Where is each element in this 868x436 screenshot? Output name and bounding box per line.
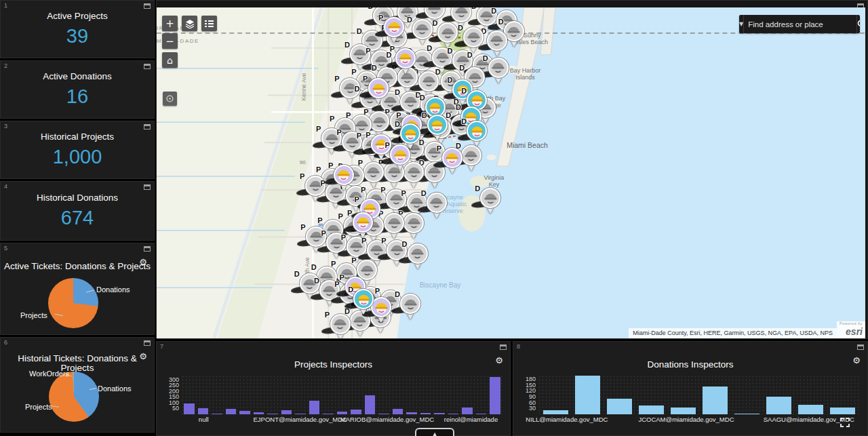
pin-letter: D xyxy=(294,270,300,278)
bar[interactable] xyxy=(490,377,500,414)
stat-card-active-projects: 1 Active Projects 39 xyxy=(0,0,155,58)
pin-letter: P xyxy=(340,273,344,281)
bar[interactable] xyxy=(575,376,600,414)
pin-tail xyxy=(431,182,438,188)
collapse-panel-button[interactable]: ▲ xyxy=(415,428,454,436)
gear-icon[interactable]: ⚙ xyxy=(139,351,147,361)
expand-icon[interactable] xyxy=(144,340,151,346)
pin-letter: P xyxy=(300,172,304,180)
map-marker-project[interactable]: P xyxy=(395,48,416,74)
pin-letter: P xyxy=(437,144,441,153)
pie-chart-historical-tickets[interactable] xyxy=(49,372,99,422)
bar[interactable] xyxy=(184,403,195,414)
map-marker-project[interactable]: P xyxy=(368,78,389,104)
locate-button[interactable] xyxy=(163,92,177,106)
pie-chart-active-tickets[interactable] xyxy=(48,278,98,328)
expand-icon[interactable] xyxy=(857,344,864,350)
bar[interactable] xyxy=(766,397,791,414)
worker-icon xyxy=(387,20,401,34)
map-marker-donation[interactable]: D xyxy=(400,294,420,319)
bar[interactable] xyxy=(830,408,855,414)
bar[interactable] xyxy=(462,408,473,414)
bar[interactable] xyxy=(365,395,376,414)
bar[interactable] xyxy=(198,408,209,414)
expand-icon[interactable] xyxy=(144,124,151,130)
search-input[interactable] xyxy=(744,15,856,33)
gear-icon[interactable]: ⚙ xyxy=(139,257,147,267)
bar[interactable] xyxy=(639,405,664,414)
expand-icon[interactable] xyxy=(144,246,151,252)
worker-icon xyxy=(357,292,371,306)
search-dropdown-button[interactable]: ▼ xyxy=(739,15,744,33)
zoom-in-button[interactable]: + xyxy=(162,16,178,31)
gear-icon[interactable]: ⚙ xyxy=(852,355,861,365)
expand-icon[interactable] xyxy=(144,3,151,9)
search-button[interactable] xyxy=(856,15,860,33)
bar[interactable] xyxy=(226,409,237,414)
map-marker-project[interactable]: P xyxy=(371,297,391,323)
pin-tail xyxy=(487,207,494,214)
bar[interactable] xyxy=(607,399,632,414)
x-axis: nullEJPONT@miamidade.gov_MDCMARIOB@miami… xyxy=(181,414,503,424)
fullscreen-icon[interactable] xyxy=(840,418,850,427)
gear-icon[interactable]: ⚙ xyxy=(495,355,503,365)
expand-icon[interactable] xyxy=(144,184,151,190)
map-marker-project[interactable]: P xyxy=(384,213,404,239)
stat-title: Active Projects xyxy=(47,11,107,21)
bar[interactable] xyxy=(798,405,823,414)
map-marker-donation[interactable]: D xyxy=(467,121,487,146)
x-axis-label: reinol@miamidade xyxy=(444,416,498,423)
worker-icon xyxy=(356,215,370,229)
map-marker-donation[interactable]: D xyxy=(487,31,507,56)
map-canvas[interactable]: BROWARDMIAMI-DADEOletaRiver SPSunnyIsles… xyxy=(157,7,865,338)
bar[interactable] xyxy=(703,387,728,414)
pin-tail xyxy=(473,140,480,146)
bar[interactable] xyxy=(393,409,403,414)
pin-tail xyxy=(495,77,502,83)
worker-icon xyxy=(470,124,484,138)
map-marker-donation[interactable]: D xyxy=(418,71,439,97)
map-marker-donation[interactable]: D xyxy=(437,22,458,48)
map-marker-donation[interactable]: D xyxy=(427,115,448,140)
map-marker-donation[interactable]: D xyxy=(412,19,433,45)
bar[interactable] xyxy=(351,410,361,414)
map-marker-project[interactable]: P xyxy=(363,162,384,188)
x-axis-label: NILL@miamidade.gov_MDC xyxy=(526,416,608,423)
map-marker-donation[interactable]: D xyxy=(480,188,500,214)
pin-letter: D xyxy=(395,120,400,128)
esri-wordmark: esri xyxy=(846,326,863,337)
pie-slice-label: Donations xyxy=(96,285,130,294)
map-marker-project[interactable]: P xyxy=(334,165,354,191)
map-marker-donation[interactable]: D xyxy=(353,289,374,315)
layers-button[interactable] xyxy=(182,16,197,31)
bar[interactable] xyxy=(309,401,320,414)
pin-letter: P xyxy=(300,223,305,231)
home-button[interactable]: ⌂ xyxy=(162,52,178,68)
expand-icon[interactable] xyxy=(144,64,151,69)
pin-letter: D xyxy=(447,76,452,84)
pin-tail xyxy=(402,68,409,74)
map-marker-project[interactable]: P xyxy=(369,111,389,137)
y-tick-label: 50 xyxy=(172,405,179,412)
map-marker-project[interactable]: P xyxy=(384,17,404,43)
map-marker-donation[interactable]: D xyxy=(461,145,481,171)
worker-icon xyxy=(441,26,455,40)
map-marker-project[interactable]: P xyxy=(330,314,351,338)
expand-icon[interactable] xyxy=(500,344,507,350)
legend-button[interactable] xyxy=(201,16,217,31)
worker-icon xyxy=(422,74,436,88)
map-marker-project[interactable]: P xyxy=(353,212,373,238)
map-marker-project[interactable]: P xyxy=(442,148,462,174)
map-marker-donation[interactable]: D xyxy=(463,27,484,53)
map-marker-donation[interactable]: D xyxy=(408,243,428,269)
worker-icon xyxy=(490,33,504,47)
pin-tail xyxy=(419,39,426,45)
map-marker-project[interactable]: P xyxy=(403,213,424,239)
map-marker-donation[interactable]: D xyxy=(427,193,447,218)
bar[interactable] xyxy=(671,408,696,414)
pin-circle xyxy=(400,123,420,144)
zoom-out-button[interactable]: − xyxy=(162,33,178,49)
map-marker-donation[interactable]: D xyxy=(488,58,509,83)
map-marker-donation[interactable]: D xyxy=(400,123,420,149)
dashboard: 1 Active Projects 39 2 Active Donations … xyxy=(0,0,868,436)
